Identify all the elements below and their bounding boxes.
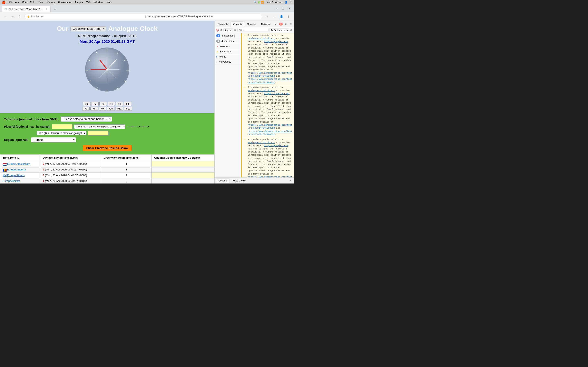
apple-menu[interactable]: 🍎 (2, 0, 6, 4)
key-f8[interactable]: F8 (90, 107, 98, 111)
tz-id-cell: 🇬🇷 Europe/Athens (0, 173, 40, 178)
gmt-cell-andorra: 1 (101, 167, 151, 173)
all-messages-label: 8 messages (222, 34, 235, 37)
new-tab-button[interactable]: + (52, 7, 58, 12)
key-f5[interactable]: F5 (116, 102, 123, 106)
maximize-button[interactable]: □ (280, 6, 286, 11)
log-link-google-3[interactable]: http://google.com/ (264, 144, 288, 147)
devtools-tab-sources[interactable]: Sources (245, 21, 259, 27)
sidebar-errors[interactable]: ✕ No errors (215, 44, 241, 49)
log-link-status-1[interactable]: https://www.chromestatus.com/feature/508… (248, 72, 292, 77)
page-subtitle: RJM Programming - August, 2016 (78, 34, 136, 38)
sidebar-all-messages[interactable]: 8 8 messages (215, 33, 241, 39)
flag-greece: 🇬🇷 (3, 174, 6, 177)
minimize-button[interactable]: − (274, 6, 279, 11)
gmt-cell-athens: 2 (101, 173, 151, 178)
sidebar-user-messages[interactable]: 4 4 user mes... (215, 39, 241, 44)
forward-button[interactable]: → (10, 14, 16, 19)
menubar-people[interactable]: People (75, 1, 83, 4)
back-button[interactable]: ← (2, 14, 8, 19)
tz-link-athens[interactable]: 🇬🇷 Europe/Athens (3, 174, 38, 177)
console-filter-input[interactable] (237, 28, 268, 32)
console-log: ⚠ A cookie associated with a analogue_cl… (241, 33, 294, 177)
devtools-tab-more[interactable]: » (273, 21, 279, 27)
devtools-tab-network[interactable]: Network (259, 21, 273, 27)
tz-link-andorra[interactable]: 🇦🇩 Europe/Andorra (3, 168, 38, 171)
menubar-chrome[interactable]: Chrome (9, 1, 19, 4)
key-f11[interactable]: F11 (116, 107, 123, 111)
gear-icon[interactable]: ⚙ (290, 28, 293, 33)
log-link-1[interactable]: analogue_clock.htm:1 (248, 37, 275, 40)
to-direction-select[interactable]: This (Trip Planner) To place can go righ… (37, 131, 86, 135)
devtools-tab-console[interactable]: Console (231, 21, 245, 27)
from-place-input[interactable] (52, 124, 72, 129)
download-button[interactable]: ⬇ (271, 14, 277, 19)
key-f10[interactable]: F10 (107, 107, 115, 111)
menubar-history[interactable]: History (47, 1, 55, 4)
menubar-bookmarks[interactable]: Bookmarks (58, 1, 71, 4)
key-f3[interactable]: F3 (99, 102, 107, 106)
region-select[interactable]: Europe America Asia Africa Pacific (31, 137, 76, 142)
tz-id-cell: 🇦🇩 Europe/Andorra (0, 167, 40, 173)
log-link-status-3[interactable]: https://www.chromestatus.com/feature/508… (248, 124, 292, 129)
context-select[interactable]: top (223, 28, 233, 32)
devtools-bottom-close[interactable]: × (288, 179, 292, 183)
key-f4[interactable]: F4 (108, 102, 115, 106)
menubar-help[interactable]: Help (107, 1, 112, 4)
menubar-time: Mon 11:45 am (267, 1, 282, 4)
devtools-close-btn[interactable]: × (289, 22, 293, 26)
user-messages-badge: 4 (216, 40, 220, 43)
log-link-status-4[interactable]: https://www.chromestatus.com/feature/563… (248, 130, 292, 136)
timezone-inline-select[interactable]: Greenwich Mean Time (70, 26, 106, 31)
devtools-settings-btn[interactable]: ⚙ (283, 22, 288, 26)
key-f9[interactable]: F9 (99, 107, 106, 111)
menubar-view[interactable]: View (38, 1, 43, 4)
key-f1[interactable]: F1 (83, 102, 90, 106)
devtools-bottom-bar: Console What's New × (215, 177, 294, 184)
menubar-file[interactable]: File (22, 1, 26, 4)
console-clear-btn[interactable]: 🚫 (216, 28, 219, 33)
devtools-tab-elements[interactable]: Elements (215, 21, 231, 27)
menubar-edit[interactable]: Edit (30, 1, 34, 4)
bookmark-button[interactable]: ☆ (264, 14, 269, 19)
eye-icon[interactable]: 👁 (233, 28, 236, 33)
log-level-select[interactable]: Default levels (269, 28, 289, 32)
sidebar-warnings[interactable]: ⚠ 8 warnings (215, 49, 241, 54)
log-link-status-2[interactable]: https://www.chromestatus.com/feature/563… (248, 78, 292, 83)
menubar-window[interactable]: Window (94, 1, 103, 4)
key-f6[interactable]: F6 (124, 102, 131, 106)
key-f2[interactable]: F2 (91, 102, 99, 106)
from-direction-select[interactable]: This (Trip Planner) From place can go le… (74, 124, 125, 129)
sidebar-verbose[interactable]: ● No verbose (215, 59, 241, 64)
menubar-user[interactable]: 👤 (285, 1, 288, 4)
active-tab[interactable]: 🕐 Our Greenwich Mean Time Analogue Clock… (2, 6, 51, 12)
bottom-tab-console[interactable]: Console (216, 178, 230, 183)
reload-button[interactable]: ↻ (17, 14, 23, 19)
log-link-google-2[interactable]: https://google.com/ (264, 92, 290, 95)
clock-face-svg (85, 47, 130, 92)
error-icon: ✕ (216, 45, 218, 48)
to-place-input[interactable] (88, 131, 108, 136)
log-link-2[interactable]: analogue_clock.htm:1 (248, 89, 275, 92)
sidebar-info[interactable]: ℹ No info (215, 54, 241, 59)
timezone-select[interactable]: Please select a timezone below ... (61, 117, 112, 122)
menubar-menu-icon[interactable]: ☰ (290, 1, 292, 4)
log-link-3[interactable]: analogue_clock.htm:1 (248, 141, 275, 144)
tz-link-amsterdam[interactable]: 🇳🇱 Europe/Amsterdam (3, 162, 38, 165)
more-button[interactable]: ⋮ (286, 14, 292, 19)
tab-title: Our Greenwich Mean Time Analogue Clock (9, 8, 43, 11)
address-url: rjmprogramming.com.au/HTMLCSS/analogue_c… (147, 15, 259, 18)
key-f7[interactable]: F7 (82, 107, 90, 111)
tab-close-button[interactable]: × (45, 8, 48, 11)
bottom-tab-whats-new[interactable]: What's New (231, 179, 248, 183)
log-link-status-5[interactable]: https://www.chromestatus.com/feature/508… (248, 176, 292, 177)
console-settings-btn[interactable]: ⚙ (220, 28, 223, 33)
log-link-google-1[interactable]: http://google.com/ (264, 40, 288, 43)
key-f12[interactable]: F12 (124, 107, 132, 111)
tz-link-belfast[interactable]: Europe/Belfast (3, 179, 38, 183)
show-results-button[interactable]: Show Timezone Results Below (83, 145, 131, 151)
menubar-tab[interactable]: Tab (86, 1, 90, 4)
address-input[interactable]: 🔓 Not Secure | rjmprogramming.com.au/HTM… (25, 14, 262, 19)
close-window-button[interactable]: × (287, 6, 292, 11)
profile-button[interactable]: 👤 (278, 14, 284, 19)
